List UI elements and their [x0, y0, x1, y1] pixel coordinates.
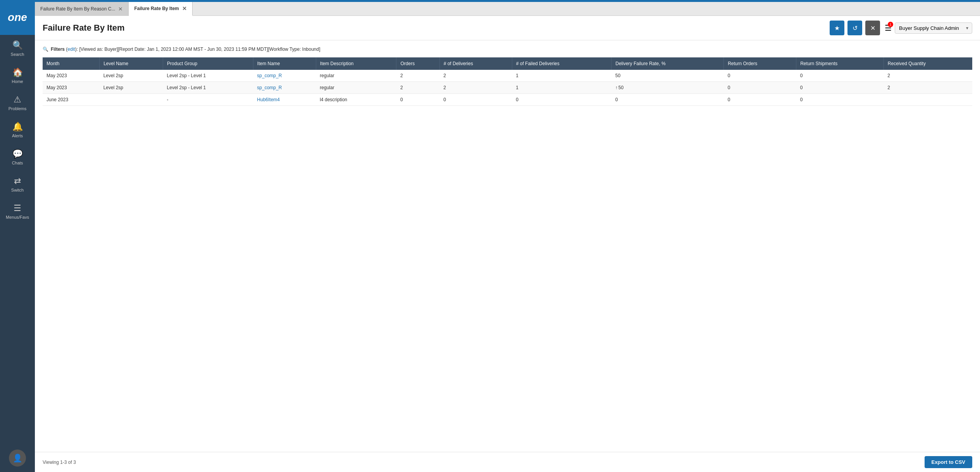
cell-month: June 2023 — [43, 94, 100, 106]
cell-orders: 2 — [396, 70, 439, 82]
cell-level-name: Level 2sp — [100, 82, 163, 94]
col-deliveries[interactable]: # of Deliveries — [439, 57, 512, 70]
cell-failure-rate: ↑50 — [611, 82, 724, 94]
filters-edit-link[interactable]: edit — [67, 47, 75, 52]
bell-icon: 🔔 — [12, 122, 23, 132]
tab-label: Failure Rate By Item — [134, 6, 179, 11]
tab-failure-rate-by-item[interactable]: Failure Rate By Item ✕ — [129, 2, 192, 16]
cell-product-group: - — [163, 94, 253, 106]
switch-icon: ⇄ — [14, 176, 21, 186]
tab-label: Failure Rate By Item By Reason C... — [40, 6, 115, 12]
main-content: Failure Rate By Item By Reason C... ✕ Fa… — [35, 0, 980, 472]
cell-deliveries: 0 — [439, 94, 512, 106]
sidebar-item-label: Problems — [9, 106, 26, 111]
warning-icon: ⚠ — [14, 95, 21, 105]
app-logo[interactable]: one — [0, 0, 35, 35]
cell-item-name[interactable]: sp_comp_R — [253, 82, 316, 94]
cell-failed-deliveries: 0 — [512, 94, 611, 106]
logo-text: one — [8, 11, 27, 24]
tab-failure-rate-by-item-by-reason[interactable]: Failure Rate By Item By Reason C... ✕ — [35, 2, 129, 16]
col-failed-deliveries[interactable]: # of Failed Deliveries — [512, 57, 611, 70]
close-tab-button[interactable]: ✕ — [865, 21, 880, 35]
cell-product-group: Level 2sp - Level 1 — [163, 70, 253, 82]
cell-month: May 2023 — [43, 82, 100, 94]
sidebar-item-menus-favs[interactable]: ☰ Menus/Favs — [0, 198, 35, 225]
sidebar-item-label: Chats — [12, 161, 23, 165]
cell-return-orders: 0 — [724, 94, 796, 106]
cell-item-name-link[interactable]: Hub6Item4 — [257, 97, 280, 102]
cell-failed-deliveries: 1 — [512, 82, 611, 94]
page-footer: Viewing 1-3 of 3 Export to CSV — [35, 452, 980, 472]
col-item-name[interactable]: Item Name — [253, 57, 316, 70]
cell-product-group: Level 2sp - Level 1 — [163, 82, 253, 94]
content-area: 🔍 Filters ( edit ): [Viewed as: Buyer][R… — [35, 40, 980, 452]
sidebar-bottom: 👤 — [0, 444, 35, 472]
filter-icon: 🔍 — [43, 47, 48, 52]
sidebar-item-label: Home — [12, 79, 23, 84]
cell-failure-rate: 50 — [611, 70, 724, 82]
menu-button[interactable]: ☰ 1 — [885, 23, 892, 33]
page-title: Failure Rate By Item — [43, 23, 830, 33]
table-row: May 2023Level 2spLevel 2sp - Level 1sp_c… — [43, 82, 972, 94]
cell-deliveries: 2 — [439, 70, 512, 82]
table-row: May 2023Level 2spLevel 2sp - Level 1sp_c… — [43, 70, 972, 82]
cell-failed-deliveries: 1 — [512, 70, 611, 82]
home-icon: 🏠 — [12, 67, 23, 78]
role-select[interactable]: Buyer Supply Chain Admin Admin Viewer — [895, 22, 972, 34]
filters-label: Filters — [51, 47, 65, 52]
table-header-row: Month Level Name Product Group Item Name… — [43, 57, 972, 70]
col-level-name[interactable]: Level Name — [100, 57, 163, 70]
header-actions: ★ ↺ ✕ ☰ 1 Buyer Supply Chain Admin Admin… — [830, 21, 972, 35]
refresh-button[interactable]: ↺ — [847, 21, 862, 35]
filters-paren-open: ( — [65, 47, 67, 52]
col-return-shipments[interactable]: Return Shipments — [796, 57, 884, 70]
filters-bar: 🔍 Filters ( edit ): [Viewed as: Buyer][R… — [43, 47, 972, 52]
viewing-count: Viewing 1-3 of 3 — [43, 460, 76, 465]
tab-close-icon[interactable]: ✕ — [182, 6, 187, 11]
sidebar-item-alerts[interactable]: 🔔 Alerts — [0, 116, 35, 144]
sidebar-item-search[interactable]: 🔍 Search — [0, 35, 35, 62]
user-avatar[interactable]: 👤 — [9, 450, 26, 467]
sidebar-item-chats[interactable]: 💬 Chats — [0, 144, 35, 171]
cell-received-qty: 2 — [884, 70, 972, 82]
cell-received-qty: 2 — [884, 82, 972, 94]
col-orders[interactable]: Orders — [396, 57, 439, 70]
sidebar-item-home[interactable]: 🏠 Home — [0, 62, 35, 89]
cell-level-name: Level 2sp — [100, 70, 163, 82]
cell-item-name[interactable]: Hub6Item4 — [253, 94, 316, 106]
cell-return-orders: 0 — [724, 82, 796, 94]
tab-close-icon[interactable]: ✕ — [118, 6, 123, 12]
cell-received-qty — [884, 94, 972, 106]
cell-item-name[interactable]: sp_comp_R — [253, 70, 316, 82]
filters-paren-close: ): — [75, 47, 79, 52]
col-product-group[interactable]: Product Group — [163, 57, 253, 70]
menu-badge: 1 — [888, 22, 893, 27]
chat-icon: 💬 — [12, 149, 23, 159]
table-scroll-area[interactable]: Month Level Name Product Group Item Name… — [43, 57, 972, 106]
page-header: Failure Rate By Item ★ ↺ ✕ ☰ 1 Buyer Sup… — [35, 16, 980, 40]
cell-return-orders: 0 — [724, 70, 796, 82]
role-select-wrapper: Buyer Supply Chain Admin Admin Viewer — [895, 22, 972, 34]
col-month[interactable]: Month — [43, 57, 100, 70]
col-failure-rate[interactable]: Delivery Failure Rate, % — [611, 57, 724, 70]
cell-return-shipments: 0 — [796, 70, 884, 82]
sidebar-item-problems[interactable]: ⚠ Problems — [0, 89, 35, 116]
col-return-orders[interactable]: Return Orders — [724, 57, 796, 70]
cell-failure-rate: 0 — [611, 94, 724, 106]
export-csv-button[interactable]: Export to CSV — [925, 456, 972, 468]
sidebar-item-label: Search — [11, 52, 24, 57]
cell-item-name-link[interactable]: sp_comp_R — [257, 85, 282, 90]
sidebar: one 🔍 Search 🏠 Home ⚠ Problems 🔔 Alerts … — [0, 0, 35, 472]
cell-return-shipments: 0 — [796, 94, 884, 106]
col-received-qty[interactable]: Received Quantity — [884, 57, 972, 70]
cell-level-name — [100, 94, 163, 106]
table-body: May 2023Level 2spLevel 2sp - Level 1sp_c… — [43, 70, 972, 106]
cell-item-description: regular — [316, 82, 396, 94]
cell-deliveries: 2 — [439, 82, 512, 94]
sidebar-item-switch[interactable]: ⇄ Switch — [0, 171, 35, 198]
col-item-description[interactable]: Item Description — [316, 57, 396, 70]
cell-orders: 2 — [396, 82, 439, 94]
cell-item-name-link[interactable]: sp_comp_R — [257, 73, 282, 78]
cell-item-description: regular — [316, 70, 396, 82]
favorite-button[interactable]: ★ — [830, 21, 844, 35]
